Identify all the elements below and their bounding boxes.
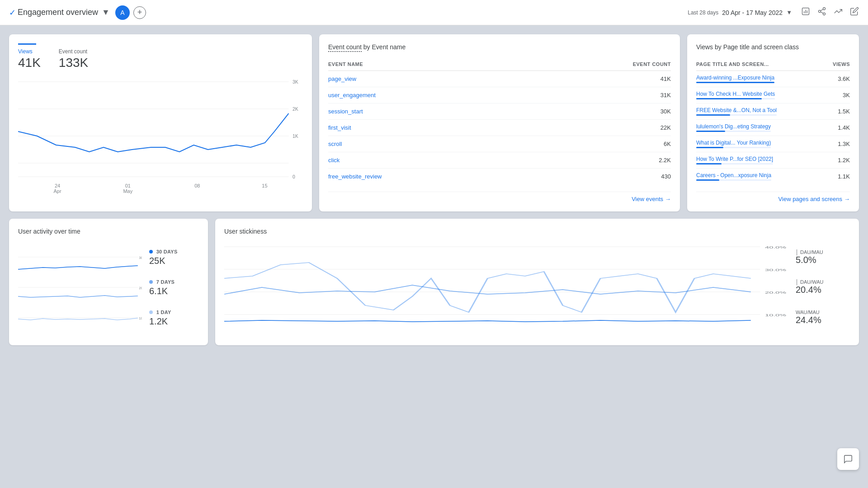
page-row-left: How To Check H... Website Gets <box>696 91 775 99</box>
top-row: Views 41K Event count 133K 3K <box>9 34 859 211</box>
date-dropdown-icon[interactable]: ▼ <box>786 9 792 16</box>
page-title-name[interactable]: FREE Website &...ON, Not a Tool <box>696 107 777 113</box>
svg-point-6 <box>823 13 826 15</box>
avatar[interactable]: A <box>115 5 130 20</box>
chart-x-labels: 24Apr 01May 08 15 <box>18 183 303 194</box>
page-title-name[interactable]: How To Write P...for SEO [2022] <box>696 156 773 162</box>
col-views: VIEWS <box>833 61 850 67</box>
header: ✓ Engagement overview ▼ A + Last 28 days… <box>0 0 868 25</box>
event-name[interactable]: session_start <box>328 108 363 115</box>
user-activity-card: User activity over time 30K 20K 10K <box>9 219 208 345</box>
page-row-value: 1.3K <box>838 141 850 147</box>
col-page-title: PAGE TITLE AND SCREEN... <box>696 61 769 67</box>
page-table-row: FREE Website &...ON, Not a Tool 1.5K <box>696 103 850 120</box>
event-name[interactable]: free_website_review <box>328 173 382 180</box>
event-table-row: scroll 6K <box>328 136 671 152</box>
activity-legend: 30 DAYS 25K 7 DAYS 6.1K 1 DAY 1.2K <box>149 242 199 333</box>
page-table-row: What is Digital... Your Ranking) 1.3K <box>696 136 850 152</box>
page-row-left: Award-winning ...Exposure Ninja <box>696 75 774 83</box>
report-icon[interactable] <box>801 7 810 18</box>
legend-7-days: 7 DAYS 6.1K <box>149 278 199 296</box>
svg-point-4 <box>823 8 826 10</box>
page-row-left: What is Digital... Your Ranking) <box>696 140 771 148</box>
views-value: 41K <box>18 56 41 70</box>
event-count-label: Event count <box>59 48 88 55</box>
event-count-title: Event count by Event name <box>328 43 671 51</box>
page-title: Engagement overview <box>18 8 98 17</box>
views-metric: Views 41K <box>18 48 41 70</box>
svg-text:10K: 10K <box>139 316 142 320</box>
stickiness-label-wau-mau: WAU/MAU <box>796 310 850 315</box>
legend-value-1: 1.2K <box>149 316 199 327</box>
user-stickiness-card: User stickiness 40.0% 30.0% 20.0% 10.0% <box>215 219 859 345</box>
event-table-row: first_visit 22K <box>328 120 671 136</box>
event-table-row: page_view 41K <box>328 71 671 87</box>
svg-text:20.0%: 20.0% <box>765 291 787 295</box>
event-count-card: Event count by Event name EVENT NAME EVE… <box>319 34 680 211</box>
views-page-card-footer: View pages and screens → <box>696 192 850 202</box>
add-button[interactable]: + <box>133 6 146 19</box>
stickiness-content: 40.0% 30.0% 20.0% 10.0% │ DAU/MAU <box>224 242 850 333</box>
event-value: 31K <box>660 92 671 99</box>
view-events-link[interactable]: View events → <box>632 196 671 202</box>
event-name[interactable]: page_view <box>328 75 356 82</box>
event-name[interactable]: click <box>328 157 340 164</box>
legend-30-days: 30 DAYS 25K <box>149 248 199 266</box>
col-event-name: EVENT NAME <box>328 61 363 67</box>
legend-value-30: 25K <box>149 256 199 266</box>
event-value: 30K <box>660 108 671 115</box>
stickiness-legend: │ DAU/MAU 5.0% │ DAU/WAU 20.4% WAU/MAU 2… <box>796 242 850 333</box>
views-page-title: Views by Page title and screen class <box>696 43 850 51</box>
chart-indicator-bar <box>18 43 36 45</box>
page-title-name[interactable]: Careers - Open...xposure Ninja <box>696 172 771 178</box>
main-line-chart: 3K 2K 1K 0 <box>18 77 303 181</box>
event-name[interactable]: scroll <box>328 141 342 147</box>
event-value: 6K <box>664 141 671 147</box>
chart-metrics: Views 41K Event count 133K <box>18 48 303 70</box>
svg-text:1K: 1K <box>292 134 298 139</box>
title-dropdown-icon[interactable]: ▼ <box>102 8 110 17</box>
svg-text:30.0%: 30.0% <box>765 268 787 272</box>
stickiness-line-chart: 40.0% 30.0% 20.0% 10.0% <box>224 242 788 337</box>
header-actions <box>801 7 859 18</box>
page-title-name[interactable]: Award-winning ...Exposure Ninja <box>696 75 774 81</box>
page-row-left: How To Write P...for SEO [2022] <box>696 156 773 164</box>
chat-button[interactable] <box>837 448 859 470</box>
edit-icon[interactable] <box>850 7 859 18</box>
svg-text:10.0%: 10.0% <box>765 313 787 317</box>
page-row-left: FREE Website &...ON, Not a Tool <box>696 107 777 116</box>
date-range[interactable]: 20 Apr - 17 May 2022 <box>722 9 783 16</box>
main-chart-card: Views 41K Event count 133K 3K <box>9 34 312 211</box>
page-title-name[interactable]: How To Check H... Website Gets <box>696 91 775 97</box>
event-value: 41K <box>660 75 671 82</box>
page-bar-container <box>696 179 771 181</box>
event-table-row: session_start 30K <box>328 103 671 120</box>
page-bar <box>696 82 774 83</box>
page-bar <box>696 98 762 99</box>
svg-line-8 <box>821 9 823 10</box>
page-bar-container <box>696 163 773 164</box>
event-count-metric: Event count 133K <box>59 48 88 70</box>
user-stickiness-title: User stickiness <box>224 228 850 235</box>
event-name[interactable]: first_visit <box>328 124 351 131</box>
page-title-name[interactable]: lululemon's Dig...eting Strategy <box>696 123 771 130</box>
legend-1-day: 1 DAY 1.2K <box>149 309 199 327</box>
stickiness-value-dau-wau: 20.4% <box>796 285 850 295</box>
svg-line-7 <box>821 12 823 13</box>
event-table-header: EVENT NAME EVENT COUNT <box>328 58 671 71</box>
stickiness-wau-mau: WAU/MAU 24.4% <box>796 310 850 325</box>
page-bar <box>696 179 719 181</box>
date-section: Last 28 days 20 Apr - 17 May 2022 ▼ <box>688 9 792 16</box>
legend-dot-1 <box>149 310 153 314</box>
activity-content: 30K 20K 10K 30 DAYS 2 <box>18 242 199 333</box>
svg-text:2K: 2K <box>292 107 298 112</box>
event-name[interactable]: user_engagement <box>328 92 376 99</box>
share-icon[interactable] <box>817 7 826 18</box>
page-table-row: lululemon's Dig...eting Strategy 1.4K <box>696 120 850 136</box>
view-pages-link[interactable]: View pages and screens → <box>778 196 850 202</box>
trend-icon[interactable] <box>834 7 843 18</box>
page-bar-container <box>696 147 771 148</box>
page-title-name[interactable]: What is Digital... Your Ranking) <box>696 140 771 146</box>
page-bar <box>696 114 730 116</box>
main-chart-area: 3K 2K 1K 0 <box>18 77 303 181</box>
